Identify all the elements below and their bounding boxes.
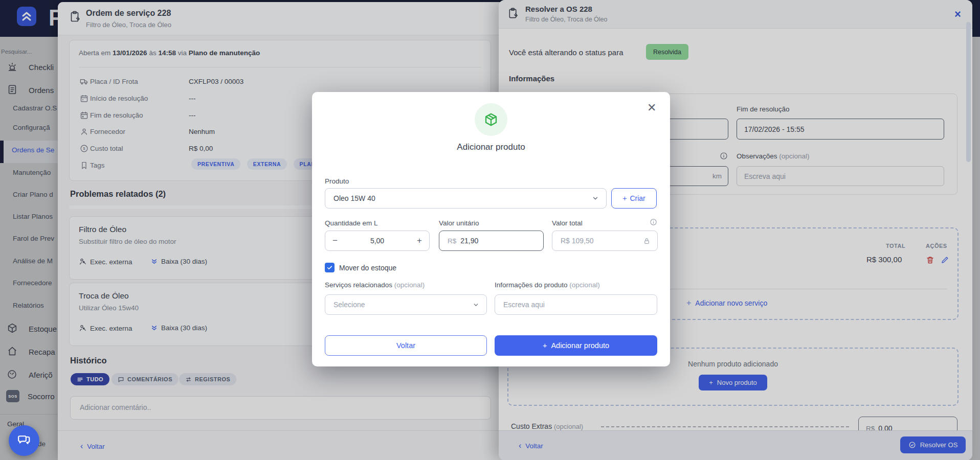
add-product-submit-button[interactable]: + Adicionar produto [495,335,657,356]
quantity-stepper: − 5,00 + [325,231,430,251]
quantity-value[interactable]: 5,00 [325,237,429,245]
product-info-input[interactable]: Escreva aqui [495,294,657,315]
check-icon [326,264,333,271]
minus-button[interactable]: − [332,236,338,246]
plus-icon: + [622,194,627,202]
create-product-button[interactable]: + Criar [611,188,657,209]
move-stock-checkbox[interactable] [325,263,335,272]
chevron-down-icon [592,195,599,202]
app-root: F Pesquisar... Checkli Ordens Cadastrar … [0,0,980,460]
plus-button[interactable]: + [417,236,422,246]
quantity-label: Quantidade em L [325,219,378,227]
product-info-placeholder: Escreva aqui [503,301,545,309]
chat-launcher-button[interactable] [9,425,39,456]
close-icon[interactable]: ✕ [647,102,656,113]
product-modal-title: Adicionar produto [312,142,670,152]
move-stock-label: Mover do estoque [339,264,396,272]
add-product-modal: ✕ Adicionar produto Produto Oleo 15W 40 … [312,92,670,366]
package-icon [483,112,499,127]
product-select[interactable]: Oleo 15W 40 [325,188,607,209]
chat-bubbles-icon [17,433,31,448]
related-services-label: Serviços relacionados (opcional) [325,281,425,289]
back-button[interactable]: Voltar [325,335,487,356]
product-info-label: Informações do produto (opcional) [495,281,600,289]
related-services-select[interactable]: Selecione [325,294,487,315]
total-label: Valor total [552,219,583,227]
product-icon-halo [475,103,507,136]
total-field: R$ 109,50 [552,231,658,251]
product-select-value: Oleo 15W 40 [333,194,375,202]
info-circle-icon [650,218,657,226]
unit-price-field[interactable]: R$ 21,90 [439,231,544,251]
unit-price-value: 21,90 [460,237,478,245]
unit-price-label: Valor unitário [439,219,479,227]
related-services-placeholder: Selecione [333,301,365,309]
total-value: R$ 109,50 [561,237,594,245]
product-label: Produto [325,177,349,185]
plus-icon: + [543,341,547,350]
currency-prefix: R$ [448,237,456,245]
lock-icon [643,237,651,245]
chevron-down-icon [473,302,479,308]
